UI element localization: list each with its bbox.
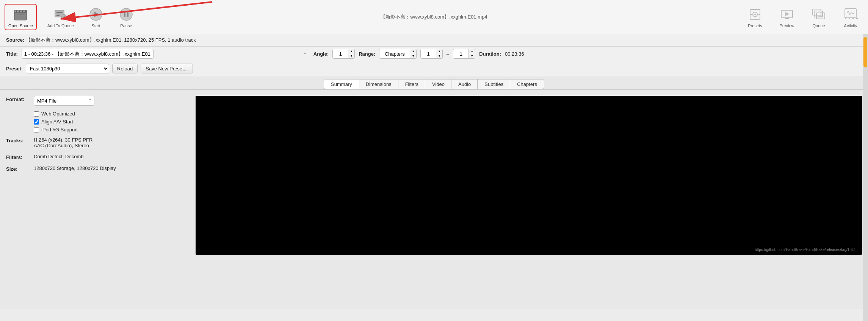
chapter-from-down[interactable]: ▼ [436, 54, 442, 59]
ipod-row: iPod 5G Support [34, 127, 188, 132]
toolbar-right: Presets Preview [744, 5, 862, 30]
chapter-from-input[interactable] [421, 49, 436, 58]
chapter-to-btns[interactable]: ▲ ▼ [468, 49, 475, 58]
preset-label: Preset: [6, 66, 23, 72]
source-value: 【新影不离：www.xybl8.com】.xxghlm.E01, 1280x72… [26, 37, 196, 43]
angle-input[interactable] [333, 49, 348, 58]
tracks-value-2: AAC (CoreAudio), Stereo [34, 143, 92, 148]
range-stepper-btns[interactable]: ▲ ▼ [410, 49, 416, 58]
tracks-label: Tracks: [6, 137, 31, 143]
ipod-5g-checkbox[interactable] [34, 127, 39, 132]
svg-point-19 [120, 8, 132, 20]
svg-line-45 [850, 12, 851, 15]
tracks-value: H.264 (x264), 30 FPS PFR AAC (CoreAudio)… [34, 137, 92, 148]
format-select-wrap: MP4 File MKV File WebM File [34, 96, 94, 106]
preset-row: Preset: Fast 1080p30 Reload Save New Pre… [0, 61, 868, 76]
angle-label: Angle: [313, 51, 329, 57]
chapter-to-down[interactable]: ▼ [469, 54, 475, 59]
pause-icon [118, 6, 135, 23]
chapter-from-up[interactable]: ▲ [436, 49, 442, 54]
angle-down-button[interactable]: ▼ [348, 54, 354, 59]
open-source-label: Open Source [8, 23, 33, 28]
queue-button[interactable]: Queue [807, 5, 830, 30]
open-source-button[interactable]: Open Source [5, 4, 37, 30]
range-up-button[interactable]: ▲ [410, 49, 416, 54]
angle-stepper[interactable]: ▲ ▼ [332, 49, 355, 59]
format-row: Format: MP4 File MKV File WebM File [6, 96, 188, 106]
add-to-queue-label: Add To Queue [47, 23, 74, 28]
chapter-to-stepper[interactable]: ▲ ▼ [453, 49, 475, 59]
svg-point-24 [754, 14, 756, 15]
tab-audio[interactable]: Audio [451, 79, 478, 89]
duration-value: 00:23:36 [505, 51, 524, 57]
chapter-from-stepper[interactable]: ▲ ▼ [420, 49, 443, 59]
window-title: 【新影不离：www.xybl8.com】.xxghlm.E01.mp4 [381, 14, 487, 20]
filters-value: Comb Detect, Decomb [34, 154, 84, 159]
presets-icon [747, 6, 763, 23]
scrollbar[interactable] [863, 34, 868, 321]
svg-rect-20 [124, 12, 125, 17]
queue-label: Queue [812, 23, 825, 28]
chapter-to-up[interactable]: ▲ [469, 49, 475, 54]
title-label: Title: [6, 51, 18, 57]
add-to-queue-icon [52, 6, 69, 23]
toolbar: Open Source Add To Queue [0, 0, 868, 34]
pause-label: Pause [120, 23, 132, 28]
tab-chapters[interactable]: Chapters [510, 79, 544, 89]
start-label: Start [91, 23, 100, 28]
svg-line-44 [848, 11, 850, 15]
chapter-dash: – [447, 51, 449, 57]
range-down-button[interactable]: ▼ [410, 54, 416, 59]
source-label: Source: [6, 37, 24, 43]
range-select-wrap[interactable]: ▲ ▼ [379, 49, 417, 59]
queue-icon [810, 6, 827, 23]
title-row: Title: 1 - 00:23:36 - 【新影不离：www.xybl8.co… [0, 47, 868, 61]
title-select[interactable]: 1 - 00:23:36 - 【新影不离：www.xybl8.com】.xxgh… [22, 49, 154, 59]
tab-subtitles[interactable]: Subtitles [477, 79, 511, 89]
chapter-from-btns[interactable]: ▲ ▼ [436, 49, 442, 58]
tab-filters[interactable]: Filters [398, 79, 426, 89]
presets-button[interactable]: Presets [744, 5, 766, 30]
web-optimized-checkbox[interactable] [34, 111, 39, 117]
activity-button[interactable]: Activity [839, 5, 862, 30]
start-button[interactable]: Start [85, 5, 107, 30]
size-label: Size: [6, 165, 31, 172]
svg-rect-21 [127, 12, 128, 17]
open-source-icon [12, 6, 29, 23]
svg-line-46 [851, 12, 853, 14]
tracks-value-1: H.264 (x264), 30 FPS PFR [34, 137, 92, 143]
activity-icon [842, 6, 859, 23]
reload-button[interactable]: Reload [112, 64, 138, 73]
svg-line-43 [847, 11, 848, 13]
svg-rect-2 [14, 12, 27, 20]
preset-select[interactable]: Fast 1080p30 [26, 64, 109, 73]
preview-label: Preview [779, 23, 794, 28]
web-optimized-row: Web Optimized [34, 111, 188, 117]
format-select[interactable]: MP4 File MKV File WebM File [34, 96, 94, 106]
presets-label: Presets [748, 23, 762, 28]
source-bar: Source: 【新影不离：www.xybl8.com】.xxghlm.E01,… [0, 34, 868, 47]
scroll-thumb[interactable] [863, 37, 867, 67]
tab-dimensions[interactable]: Dimensions [359, 79, 399, 89]
tab-summary[interactable]: Summary [324, 79, 359, 89]
add-to-queue-button[interactable]: Add To Queue [44, 5, 77, 30]
range-label: Range: [359, 51, 375, 57]
size-row: Size: 1280x720 Storage, 1280x720 Display [6, 165, 188, 172]
save-new-preset-button[interactable]: Save New Preset... [141, 64, 193, 73]
align-av-checkbox[interactable] [34, 119, 39, 125]
range-input[interactable] [379, 49, 410, 58]
tracks-row: Tracks: H.264 (x264), 30 FPS PFR AAC (Co… [6, 137, 188, 148]
align-av-row: Align A/V Start [34, 119, 188, 125]
duration-label: Duration: [479, 51, 501, 57]
size-value: 1280x720 Storage, 1280x720 Display [34, 165, 116, 171]
chapter-to-input[interactable] [453, 49, 468, 58]
ipod-5g-label: iPod 5G Support [41, 127, 78, 132]
tab-video[interactable]: Video [425, 79, 452, 89]
angle-up-button[interactable]: ▲ [348, 49, 354, 54]
left-panel: Format: MP4 File MKV File WebM File Web … [6, 96, 188, 303]
video-url: https://github.com/HandBrake/HandBrake/r… [752, 246, 859, 253]
pause-button[interactable]: Pause [115, 5, 138, 30]
preview-button[interactable]: Preview [776, 5, 798, 30]
angle-stepper-btns[interactable]: ▲ ▼ [348, 49, 354, 58]
toolbar-left: Open Source Add To Queue [5, 4, 138, 30]
